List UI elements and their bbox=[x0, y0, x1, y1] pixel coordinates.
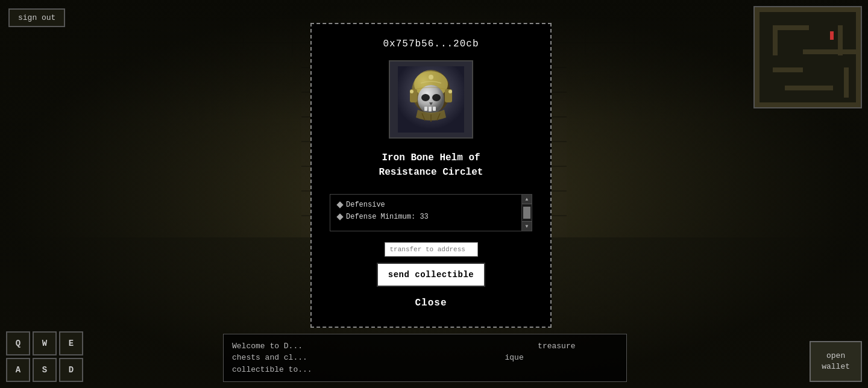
svg-point-12 bbox=[410, 90, 414, 93]
map-cell bbox=[773, 67, 803, 72]
map-cell bbox=[773, 25, 778, 55]
map-cell bbox=[844, 67, 849, 98]
close-button[interactable]: Close bbox=[415, 298, 447, 308]
attribute-item: Defense Minimum: 33 bbox=[338, 213, 514, 221]
attribute-item: Defensive bbox=[338, 201, 514, 209]
svg-point-7 bbox=[432, 94, 441, 101]
key-d[interactable]: D bbox=[59, 358, 83, 382]
message-box: Welcome to D... treasurechests and cl...… bbox=[223, 334, 627, 383]
mini-map bbox=[753, 6, 862, 108]
scrollbar-thumb[interactable] bbox=[523, 207, 530, 219]
scrollbar-up-button[interactable]: ▲ bbox=[522, 195, 532, 204]
transfer-address-input[interactable] bbox=[385, 242, 478, 257]
svg-point-13 bbox=[448, 90, 452, 93]
mini-map-inner bbox=[755, 7, 861, 107]
map-player-dot bbox=[830, 31, 834, 40]
map-cell bbox=[803, 49, 857, 54]
item-name: Iron Bone Helm ofResistance Circlet bbox=[379, 151, 483, 180]
map-cell bbox=[773, 25, 809, 30]
attributes-list: Defensive Defense Minimum: 33 bbox=[330, 194, 521, 231]
item-modal: 0x757b56...20cb bbox=[310, 23, 552, 328]
svg-rect-10 bbox=[433, 107, 436, 111]
map-cell bbox=[785, 86, 833, 90]
open-wallet-label: openwallet bbox=[822, 351, 850, 371]
map-cell bbox=[856, 7, 861, 108]
key-e[interactable]: E bbox=[59, 331, 83, 355]
key-w[interactable]: W bbox=[33, 331, 57, 355]
svg-rect-8 bbox=[424, 107, 427, 111]
keys-bottom-row: A S D bbox=[6, 358, 83, 382]
send-collectible-button[interactable]: send collectible bbox=[377, 263, 485, 287]
svg-point-6 bbox=[421, 94, 430, 101]
map-cell bbox=[755, 7, 760, 108]
map-cell bbox=[755, 102, 862, 107]
open-wallet-button[interactable]: openwallet bbox=[810, 341, 862, 382]
item-image bbox=[389, 60, 473, 139]
svg-rect-9 bbox=[429, 107, 432, 111]
map-cell bbox=[755, 7, 862, 12]
attribute-label: Defense Minimum: 33 bbox=[346, 213, 429, 221]
scrollbar-down-button[interactable]: ▼ bbox=[522, 221, 532, 231]
message-text: Welcome to D... treasurechests and cl...… bbox=[232, 342, 576, 374]
attribute-diamond-icon bbox=[336, 213, 343, 220]
attribute-label: Defensive bbox=[346, 201, 385, 209]
sign-out-button[interactable]: sign out bbox=[8, 8, 65, 27]
svg-point-11 bbox=[429, 75, 433, 80]
keys-top-row: Q W E bbox=[6, 331, 83, 355]
attributes-container: Defensive Defense Minimum: 33 ▲ ▼ bbox=[330, 194, 532, 231]
key-s[interactable]: S bbox=[33, 358, 57, 382]
key-q[interactable]: Q bbox=[6, 331, 30, 355]
wallet-address: 0x757b56...20cb bbox=[383, 39, 479, 49]
key-a[interactable]: A bbox=[6, 358, 30, 382]
movement-keys: Q W E A S D bbox=[6, 331, 83, 382]
scrollbar-track: ▲ ▼ bbox=[521, 194, 532, 231]
attribute-diamond-icon bbox=[336, 201, 343, 208]
helmet-icon bbox=[398, 66, 464, 133]
